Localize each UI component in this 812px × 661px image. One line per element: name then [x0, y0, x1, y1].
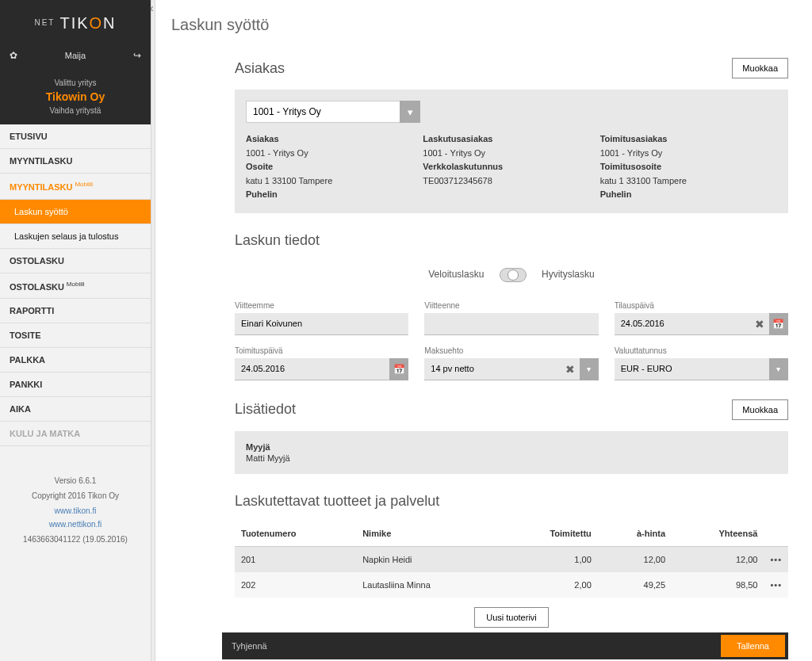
company-label: Valittu yritys	[0, 78, 151, 87]
main-content: Laskun syöttö Asiakas Muokkaa ▾ Asiakas …	[155, 0, 812, 661]
logout-icon[interactable]: ↪	[133, 50, 141, 61]
nav-ostolasku[interactable]: OSTOLASKU	[0, 249, 151, 273]
edit-customer-button[interactable]: Muokkaa	[732, 58, 788, 78]
field-valuutta: Valuuttatunnus ▾	[615, 346, 788, 380]
customer-col-asiakas: Asiakas 1001 - Yritys Oy Osoite katu 1 3…	[246, 132, 423, 202]
save-button[interactable]: Tallenna	[721, 635, 785, 657]
change-company-link[interactable]: Vaihda yritystä	[0, 106, 151, 115]
viitteenne-input[interactable]	[424, 313, 598, 335]
calendar-tilauspaiva-icon[interactable]: 📅	[769, 313, 788, 335]
customer-col-laskutus: Laskutusasiakas 1001 - Yritys Oy Verkkol…	[423, 132, 599, 202]
link-nettikon[interactable]: www.nettikon.fi	[0, 520, 151, 529]
th-yhteensa: Yhteensä	[672, 521, 764, 547]
nav-sub-laskun-syotto[interactable]: Laskun syöttö	[0, 200, 151, 224]
field-maksuehto: Maksuehto ✖ ▾	[424, 346, 598, 380]
toimituspaiva-input[interactable]	[235, 358, 408, 380]
new-product-row-button[interactable]: Uusi tuoterivi	[474, 607, 549, 628]
nav-sub-laskujen-selaus[interactable]: Laskujen selaus ja tulostus	[0, 224, 151, 249]
customer-col-toimitus: Toimitusasiakas 1001 - Yritys Oy Toimitu…	[600, 132, 777, 202]
th-ahinta: à-hinta	[598, 521, 672, 547]
table-row[interactable]: 201 Napkin Heidi 1,00 12,00 12,00 •••	[235, 546, 788, 572]
nav-kulu-ja-matka[interactable]: KULU JA MATKA	[0, 422, 151, 446]
valuutta-input[interactable]	[615, 358, 788, 380]
sidebar-footer: Versio 6.6.1 Copyright 2016 Tikon Oy www…	[0, 446, 151, 574]
calendar-toimituspaiva-icon[interactable]: 📅	[389, 358, 408, 380]
user-name: Maija	[17, 51, 133, 60]
toggle-label-left: Veloituslasku	[428, 269, 484, 280]
invoice-type-toggle[interactable]	[500, 268, 527, 282]
company-block: Valittu yritys Tikowin Oy Vaihda yrityst…	[0, 74, 151, 124]
field-toimituspaiva: Toimituspäivä 📅	[235, 346, 408, 380]
clear-maksuehto-icon[interactable]: ✖	[565, 363, 575, 376]
version-text: Versio 6.6.1	[0, 476, 151, 485]
nav-aika[interactable]: AIKA	[0, 397, 151, 422]
nav-raportti[interactable]: RAPORTTI	[0, 299, 151, 323]
nav-tosite[interactable]: TOSITE	[0, 323, 151, 348]
nav: ETUSIVU MYYNTILASKU MYYNTILASKUMobiili L…	[0, 124, 151, 661]
customer-select-dropdown[interactable]: ▾	[400, 101, 420, 123]
customer-box: ▾ Asiakas 1001 - Yritys Oy Osoite katu 1…	[235, 90, 788, 213]
company-name: Tikowin Oy	[0, 90, 151, 103]
extra-section-title: Lisätiedot	[235, 401, 296, 418]
th-tuotenumero: Tuotenumero	[235, 521, 356, 547]
extra-box: Myyjä Matti Myyjä	[235, 431, 788, 474]
th-nimike: Nimike	[356, 521, 500, 547]
customer-select-input[interactable]	[246, 101, 420, 123]
clear-tilauspaiva-icon[interactable]: ✖	[755, 318, 764, 330]
table-row[interactable]: 202 Lautasliina Minna 2,00 49,25 98,50 •…	[235, 572, 788, 598]
row-menu-icon[interactable]: •••	[770, 555, 782, 564]
brand-logo: NETTIKON	[0, 0, 151, 44]
nav-ostolasku-mobiili[interactable]: OSTOLASKUMobiili	[0, 273, 151, 300]
details-section-title: Laskun tiedot	[235, 232, 320, 249]
nav-pankki[interactable]: PANKKI	[0, 373, 151, 397]
field-viitteenne: Viitteenne	[424, 301, 598, 335]
row-menu-icon[interactable]: •••	[770, 580, 782, 590]
build-text: 1463663041122 (19.05.2016)	[0, 535, 151, 544]
nav-myyntilasku-mobiili[interactable]: MYYNTILASKUMobiili	[0, 174, 151, 200]
field-tilauspaiva: Tilauspäivä ✖ 📅	[615, 301, 788, 335]
toggle-label-right: Hyvityslasku	[542, 269, 595, 280]
valuutta-dropdown-icon[interactable]: ▾	[769, 358, 788, 380]
settings-icon[interactable]: ✿	[10, 50, 17, 61]
sidebar: NETTIKON ✿ Maija ↪ Valittu yritys Tikowi…	[0, 0, 151, 661]
user-row: ✿ Maija ↪	[0, 44, 151, 74]
products-section-title: Laskutettavat tuotteet ja palvelut	[235, 493, 439, 510]
nav-palkka[interactable]: PALKKA	[0, 348, 151, 373]
customer-section-title: Asiakas	[235, 60, 285, 77]
edit-extra-button[interactable]: Muokkaa	[732, 399, 788, 420]
viitteemme-input[interactable]	[235, 313, 408, 335]
nav-etusivu[interactable]: ETUSIVU	[0, 124, 151, 149]
extra-section: Lisätiedot Muokkaa Myyjä Matti Myyjä	[235, 399, 788, 474]
invoice-type-toggle-row: Veloituslasku Hyvityslasku	[235, 268, 788, 282]
page-title: Laskun syöttö	[171, 16, 788, 34]
customer-section: Asiakas Muokkaa ▾ Asiakas 1001 - Yritys …	[235, 58, 788, 213]
seller-label: Myyjä	[246, 442, 777, 452]
products-table: Tuotenumero Nimike Toimitettu à-hinta Yh…	[235, 521, 788, 598]
link-tikon[interactable]: www.tikon.fi	[0, 506, 151, 515]
details-section: Laskun tiedot Veloituslasku Hyvityslasku…	[235, 232, 788, 380]
th-toimitettu: Toimitettu	[500, 521, 597, 547]
nav-myyntilasku[interactable]: MYYNTILASKU	[0, 149, 151, 174]
field-viitteemme: Viitteemme	[235, 301, 408, 335]
customer-select: ▾	[246, 101, 420, 123]
action-bar: Tyhjennä Tallenna	[222, 632, 788, 659]
seller-value: Matti Myyjä	[246, 453, 777, 463]
copyright-text: Copyright 2016 Tikon Oy	[0, 491, 151, 500]
clear-button[interactable]: Tyhjennä	[232, 641, 267, 651]
new-row-wrap: Uusi tuoterivi	[235, 598, 788, 637]
maksuehto-dropdown-icon[interactable]: ▾	[580, 358, 599, 380]
